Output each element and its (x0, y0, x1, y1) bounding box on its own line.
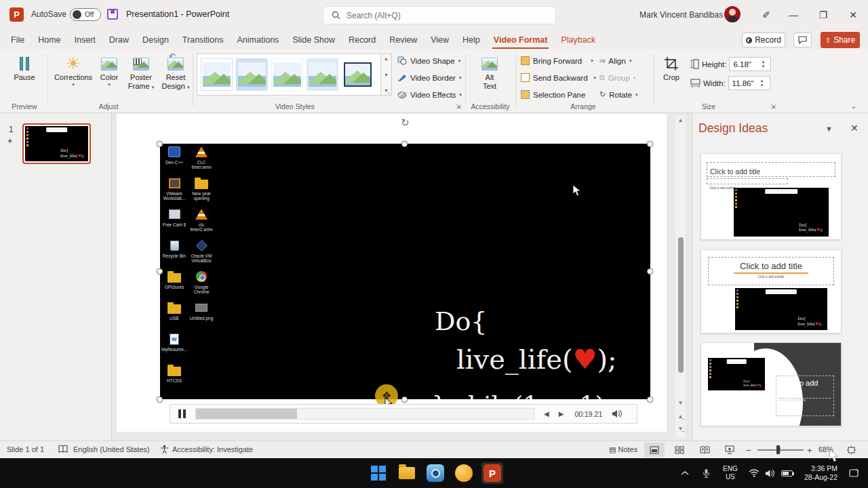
reading-view-button[interactable] (694, 443, 715, 457)
handle-bottom-mid[interactable] (401, 396, 408, 403)
video-progress-bar[interactable] (195, 408, 534, 420)
previous-slide-icon[interactable]: ▲̲ (678, 413, 684, 420)
tab-transitions[interactable]: Transitions (176, 30, 231, 49)
video-step-forward-icon[interactable]: ▶ (559, 410, 564, 418)
corrections-button[interactable]: ☀ Corrections▾ (52, 54, 95, 88)
poster-frame-button[interactable]: Poster Frame ▾ (123, 54, 159, 91)
handle-top-left[interactable] (157, 141, 163, 147)
design-ideas-close-icon[interactable]: ✕ (850, 123, 859, 134)
scrollbar-thumb[interactable] (678, 237, 684, 373)
tab-help[interactable]: Help (456, 30, 487, 49)
close-button[interactable]: ✕ (838, 0, 868, 30)
reset-design-button[interactable]: ↶ Reset Design ▾ (159, 54, 193, 91)
language-indicator[interactable]: ENGUS (723, 458, 738, 488)
microphone-icon[interactable] (703, 458, 710, 488)
align-button[interactable]: ⫤ Align▾ (599, 56, 631, 65)
scroll-up-icon[interactable]: ▲ (678, 117, 684, 123)
normal-view-button[interactable] (644, 443, 665, 457)
fit-to-window-button[interactable] (841, 443, 861, 457)
collapse-ribbon-icon[interactable]: ⌄ (850, 102, 856, 110)
scroll-down-icon[interactable]: ▼ (678, 400, 684, 406)
language-status[interactable]: English (United States) (73, 445, 150, 453)
height-spinner[interactable]: ▲▼ (761, 60, 765, 68)
rotate-button[interactable]: ↻ Rotate▾ (599, 90, 638, 99)
tab-design[interactable]: Design (136, 30, 176, 49)
gallery-up-icon[interactable]: ▲ (384, 56, 389, 61)
tab-playback[interactable]: Playback (554, 30, 602, 49)
rotate-handle[interactable]: ↻ (401, 117, 410, 129)
tab-view[interactable]: View (424, 30, 456, 49)
handle-bottom-left[interactable] (157, 396, 163, 403)
vertical-scrollbar[interactable]: ▲ ▼ ▲̲ ▼̲ (675, 115, 686, 438)
video-frame[interactable]: Dev-C++ VMware Workstati... Free Cam 8 R… (160, 144, 650, 399)
tray-expand-icon[interactable] (681, 458, 689, 488)
video-border-button[interactable]: Video Border▾ (397, 73, 461, 82)
comments-button[interactable] (793, 33, 812, 47)
battery-icon[interactable] (781, 458, 793, 488)
next-slide-icon[interactable]: ▼̲ (678, 426, 684, 432)
pen-icon[interactable]: ✐ (751, 0, 781, 30)
selection-pane-button[interactable]: Selection Pane (521, 90, 585, 99)
pause-button[interactable]: Pause (7, 54, 42, 82)
notes-button[interactable]: ▤ Notes (609, 445, 637, 454)
video-shape-button[interactable]: Video Shape▾ (397, 56, 460, 65)
video-style-1[interactable] (201, 58, 233, 91)
powerpoint-app-icon[interactable]: P (9, 7, 24, 22)
maximize-button[interactable]: ❐ (808, 0, 838, 30)
color-button[interactable]: Color▾ (95, 54, 123, 88)
user-avatar[interactable] (724, 6, 741, 22)
notification-center-icon[interactable] (849, 458, 859, 488)
video-step-back-icon[interactable]: ◀ (544, 410, 549, 418)
video-style-4[interactable] (307, 58, 338, 91)
handle-bottom-right[interactable] (647, 396, 653, 403)
tab-record[interactable]: Record (342, 30, 382, 49)
height-field[interactable]: ▲▼ (729, 57, 771, 71)
video-style-5[interactable] (342, 58, 374, 91)
wifi-icon[interactable] (749, 458, 760, 488)
crop-button[interactable]: Crop (656, 54, 686, 82)
share-button[interactable]: ⇧Share (821, 32, 860, 48)
tab-animations[interactable]: Animations (231, 30, 286, 49)
width-spinner[interactable]: ▲▼ (760, 79, 764, 87)
handle-top-mid[interactable] (401, 141, 408, 147)
tab-file[interactable]: File (4, 30, 31, 49)
tab-draw[interactable]: Draw (102, 30, 136, 49)
tab-home[interactable]: Home (31, 30, 67, 49)
design-ideas-dropdown-icon[interactable]: ▼ (825, 125, 833, 133)
handle-top-right[interactable] (647, 141, 653, 147)
video-style-2[interactable] (236, 58, 268, 91)
accessibility-status[interactable]: Accessibility: Investigate (172, 445, 253, 453)
tab-review[interactable]: Review (382, 30, 424, 49)
alt-text-button[interactable]: Alt Text (471, 54, 509, 91)
video-pause-button[interactable] (178, 409, 186, 418)
search-box[interactable] (323, 6, 556, 24)
search-input[interactable] (347, 11, 523, 20)
slide-thumbnail[interactable]: Do{live_life(♥); (22, 123, 91, 164)
autosave-toggle[interactable]: Off (70, 8, 101, 21)
clock[interactable]: 3:36 PM28-Aug-22 (804, 458, 837, 488)
powerpoint-taskbar-icon[interactable]: P (481, 462, 503, 484)
handle-right-mid[interactable] (647, 268, 653, 274)
slide-canvas[interactable]: Dev-C++ VMware Workstati... Free Cam 8 R… (117, 114, 667, 432)
orange-app-icon[interactable] (453, 462, 475, 484)
user-name[interactable]: Mark Vincent Bandibas (639, 10, 723, 20)
volume-icon[interactable] (612, 409, 623, 418)
zoom-in-button[interactable]: + (807, 445, 812, 455)
handle-left-mid[interactable] (157, 268, 163, 274)
design-idea-card-1[interactable]: Click to add title Click to add subtitle… (701, 153, 842, 240)
slideshow-view-button[interactable] (719, 443, 740, 457)
save-icon[interactable] (107, 9, 118, 20)
video-styles-dialog-launcher[interactable]: ⇲ (456, 103, 461, 110)
bring-forward-button[interactable]: Bring Forward▾ (521, 56, 593, 65)
zoom-out-button[interactable]: − (746, 445, 751, 455)
record-button[interactable]: Record (742, 33, 785, 47)
tab-slide-show[interactable]: Slide Show (285, 30, 342, 49)
speaker-icon[interactable] (765, 458, 775, 488)
width-field[interactable]: ▲▼ (728, 76, 770, 90)
video-style-3[interactable] (271, 58, 303, 91)
slide-sorter-view-button[interactable] (669, 443, 690, 457)
gallery-more-icon[interactable]: ▼̲ (384, 88, 389, 93)
spellcheck-book-icon[interactable] (58, 445, 68, 453)
size-dialog-launcher[interactable]: ⇲ (770, 103, 776, 110)
start-button[interactable] (368, 462, 389, 484)
